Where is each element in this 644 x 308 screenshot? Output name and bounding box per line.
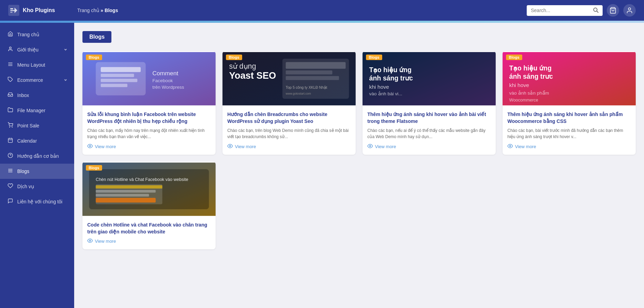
file-manager-icon bbox=[7, 107, 14, 114]
view-more-link[interactable]: View more bbox=[227, 143, 351, 150]
svg-rect-62 bbox=[96, 198, 156, 203]
card-badge: Blogs bbox=[366, 55, 382, 60]
card-excerpt: Chào các bạn, bài viết trước mình đã hướ… bbox=[507, 127, 631, 140]
svg-line-2 bbox=[597, 11, 598, 12]
svg-text:Facebook: Facebook bbox=[152, 78, 173, 83]
card-excerpt: Chào các bạn, trên blog Web Demo mình cũ… bbox=[227, 127, 351, 140]
view-more-link[interactable]: View more bbox=[87, 238, 211, 244]
cards-grid-row1: Comment Facebook trên Wordpress BlogsSửa… bbox=[82, 51, 636, 155]
sidebar-item-point-sale[interactable]: Point Sale bbox=[0, 118, 74, 133]
lien-he-icon bbox=[7, 198, 14, 205]
view-more-label: View more bbox=[235, 144, 256, 149]
chevron-down-icon bbox=[64, 47, 67, 52]
sidebar-item-label: Ecommerce bbox=[17, 77, 43, 83]
card-badge: Blogs bbox=[86, 55, 102, 60]
blog-card-card-1: Comment Facebook trên Wordpress BlogsSửa… bbox=[82, 51, 216, 155]
blog-card-card-3: Tạo hiệu ứng ánh sáng trưc khi hove vào … bbox=[363, 51, 496, 155]
user-icon bbox=[626, 7, 633, 14]
chevron-down-icon bbox=[64, 78, 67, 83]
view-more-label: View more bbox=[375, 144, 396, 149]
sidebar-item-label: Trang chủ bbox=[17, 32, 39, 37]
sidebar-item-trang-chu[interactable]: Trang chủ bbox=[0, 27, 74, 42]
inbox-icon bbox=[7, 92, 14, 99]
sidebar-item-label: Calendar bbox=[17, 138, 37, 144]
eye-icon bbox=[227, 143, 233, 150]
sidebar-item-gioi-thieu[interactable]: Giới thiệu bbox=[0, 42, 74, 57]
svg-rect-35 bbox=[286, 62, 346, 69]
sidebar-item-inbox[interactable]: Inbox bbox=[0, 88, 74, 103]
card-title[interactable]: Hướng dẫn chèn Breadcrumbs cho website W… bbox=[227, 111, 351, 125]
card-badge: Blogs bbox=[506, 55, 522, 60]
svg-text:vào ảnh sản phẩm: vào ảnh sản phẩm bbox=[509, 90, 549, 96]
blog-card-card-5: Chèn nút Hotline và Chat Facebook vào we… bbox=[82, 162, 216, 249]
svg-text:khi hove: khi hove bbox=[369, 84, 389, 90]
view-more-label: View more bbox=[95, 239, 116, 244]
card-badge: Blogs bbox=[226, 55, 242, 60]
sidebar-item-lien-he[interactable]: Liên hệ với chúng tôi bbox=[0, 194, 74, 209]
eye-icon bbox=[507, 143, 513, 150]
svg-rect-12 bbox=[8, 138, 12, 143]
sidebar-item-huong-dan[interactable]: Hướng dẫn cơ bản bbox=[0, 148, 74, 164]
logo-area: Kho Plugins bbox=[8, 5, 77, 16]
gioi-thieu-icon bbox=[7, 46, 14, 53]
sidebar-item-blogs[interactable]: Blogs bbox=[0, 164, 74, 179]
svg-rect-25 bbox=[101, 79, 137, 82]
sidebar-item-label: Liên hệ với chúng tôi bbox=[17, 199, 62, 204]
cart-button[interactable] bbox=[607, 4, 619, 17]
blog-card-card-4: Tạo hiệu ứng ánh sáng trưc khi hove vào … bbox=[503, 51, 636, 155]
cart-icon bbox=[610, 7, 616, 14]
card-title[interactable]: Thêm hiệu ứng ánh sáng khi hover vào ảnh… bbox=[367, 111, 491, 125]
sidebar-item-calendar[interactable]: Calendar bbox=[0, 133, 74, 148]
card-title[interactable]: Code chèn Hotline và chat Facebook vào c… bbox=[87, 222, 211, 235]
blog-card-card-2: sử dụng Yoast SEO Top 5 công ty XKLĐ Nhậ… bbox=[222, 51, 356, 155]
sidebar-item-menu-layout[interactable]: Menu Layout bbox=[0, 57, 74, 73]
nav-right bbox=[527, 4, 636, 17]
cards-grid-row2: Chèn nút Hotline và Chat Facebook vào we… bbox=[82, 162, 636, 249]
user-button[interactable] bbox=[623, 4, 636, 17]
ecommerce-icon bbox=[7, 77, 14, 84]
sidebar-item-dich-vu[interactable]: Dịch vụ bbox=[0, 179, 74, 194]
huong-dan-icon bbox=[7, 153, 14, 160]
top-navigation: Kho Plugins Trang chủ » Blogs bbox=[0, 0, 644, 21]
view-more-link[interactable]: View more bbox=[87, 143, 211, 150]
svg-rect-24 bbox=[101, 74, 134, 77]
svg-point-5 bbox=[9, 47, 11, 49]
card-thumbnail: Comment Facebook trên Wordpress Blogs bbox=[82, 51, 216, 106]
eye-icon bbox=[87, 143, 93, 150]
svg-text:Comment: Comment bbox=[152, 70, 178, 77]
calendar-icon bbox=[7, 137, 14, 144]
svg-point-54 bbox=[509, 145, 511, 147]
sidebar-item-file-manager[interactable]: File Manager bbox=[0, 103, 74, 118]
svg-text:Tạo hiệu ứng: Tạo hiệu ứng bbox=[509, 65, 552, 72]
sidebar-item-ecommerce[interactable]: Ecommerce bbox=[0, 73, 74, 88]
eye-icon bbox=[87, 238, 93, 244]
svg-text:trên Wordpress: trên Wordpress bbox=[152, 85, 184, 90]
search-input[interactable] bbox=[531, 8, 590, 13]
sidebar: Trang chủGiới thiệuMenu LayoutEcommerceI… bbox=[0, 23, 74, 308]
card-badge: Blogs bbox=[86, 165, 102, 171]
view-more-link[interactable]: View more bbox=[507, 143, 631, 150]
page-title-button[interactable]: Blogs bbox=[82, 31, 111, 43]
sidebar-item-label: Hướng dẫn cơ bản bbox=[17, 153, 59, 159]
search-icon-button[interactable] bbox=[593, 7, 598, 14]
svg-text:vào ảnh bài vi...: vào ảnh bài vi... bbox=[369, 91, 402, 96]
svg-rect-36 bbox=[286, 70, 332, 75]
card-title[interactable]: Thêm hiệu ứng ánh sáng khi hover ảnh sản… bbox=[507, 111, 631, 125]
breadcrumb-separator: » bbox=[99, 8, 105, 13]
view-more-link[interactable]: View more bbox=[367, 143, 491, 150]
card-thumbnail: Tạo hiệu ứng ánh sáng trưc khi hove vào … bbox=[503, 51, 636, 106]
svg-text:Tạo hiệu ứng: Tạo hiệu ứng bbox=[369, 66, 412, 74]
main-content: Blogs Comment Facebook trên Wordpress Bl… bbox=[74, 23, 644, 308]
search-box[interactable] bbox=[527, 5, 603, 16]
svg-text:Yoast SEO: Yoast SEO bbox=[229, 70, 276, 81]
card-title[interactable]: Sửa lỗi khung bình luận Facebook trên we… bbox=[87, 111, 211, 125]
svg-text:khi hove: khi hove bbox=[509, 82, 529, 88]
svg-text:ánh sáng trưc: ánh sáng trưc bbox=[369, 75, 413, 82]
sidebar-item-label: Blogs bbox=[17, 169, 29, 174]
svg-text:www.gotostart.com: www.gotostart.com bbox=[285, 92, 311, 95]
search-icon bbox=[593, 7, 598, 13]
svg-point-4 bbox=[628, 8, 631, 10]
breadcrumb-current: Blogs bbox=[105, 8, 118, 13]
svg-rect-59 bbox=[96, 185, 162, 189]
breadcrumb-home[interactable]: Trang chủ bbox=[77, 8, 99, 13]
